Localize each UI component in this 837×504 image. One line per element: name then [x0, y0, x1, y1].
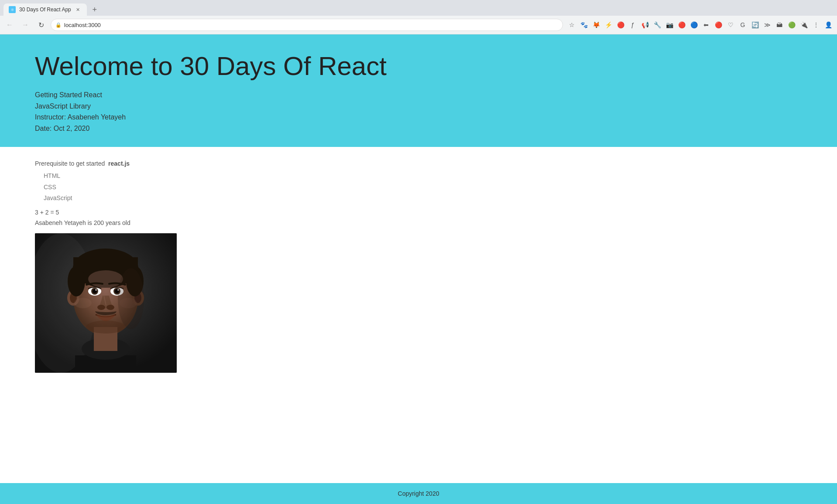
tab-close-button[interactable]: ✕ — [75, 6, 82, 13]
svg-point-13 — [68, 266, 85, 296]
refresh-button[interactable]: ↻ — [35, 19, 47, 31]
menu-button[interactable]: ⋮ — [811, 20, 821, 30]
address-lock-icon: 🔒 — [55, 22, 62, 28]
subtitle-line-3: Instructor: Asabeneh Yetayeh — [35, 112, 802, 123]
extension-icon-18[interactable]: 🟢 — [786, 20, 797, 30]
main-content: Prerequisite to get started react.js HTM… — [0, 147, 837, 483]
math-expression: 3 + 2 = 5 — [35, 209, 802, 216]
prerequisite-text: Prerequisite to get started react.js — [35, 160, 802, 167]
tab-title: 30 Days Of React App — [19, 7, 71, 13]
browser-tab[interactable]: ⚛ 30 Days Of React App ✕ — [3, 3, 87, 16]
extension-icon-15[interactable]: 🔄 — [750, 20, 760, 30]
extension-icon-6[interactable]: 📢 — [640, 20, 650, 30]
extension-icon-19[interactable]: 🔌 — [799, 20, 809, 30]
extension-icon-5[interactable]: ƒ — [628, 20, 638, 30]
extension-icon-1[interactable]: 🐾 — [579, 20, 589, 30]
svg-point-29 — [118, 268, 144, 329]
extension-icon-12[interactable]: 🔴 — [713, 20, 724, 30]
extension-icon-17[interactable]: 🏔 — [774, 20, 785, 30]
extension-icon-9[interactable]: 🔴 — [676, 20, 687, 30]
browser-chrome: ⚛ 30 Days Of React App ✕ + ← → ↻ 🔒 local… — [0, 0, 837, 34]
tab-bar: ⚛ 30 Days Of React App ✕ + — [0, 0, 837, 16]
extension-icon-4[interactable]: 🔴 — [615, 20, 626, 30]
svg-point-25 — [106, 305, 114, 310]
subtitle-line-1: Getting Started React — [35, 89, 802, 101]
extension-icon-10[interactable]: 🔵 — [689, 20, 699, 30]
extension-icon-7[interactable]: 🔧 — [652, 20, 662, 30]
tab-favicon: ⚛ — [9, 6, 16, 13]
profile-icon[interactable]: 👤 — [823, 20, 834, 30]
svg-point-24 — [97, 305, 105, 310]
extension-icon-14[interactable]: G — [738, 20, 748, 30]
extension-icon-3[interactable]: ⚡ — [603, 20, 614, 30]
hero-subtitle: Getting Started React JavaScript Library… — [35, 89, 802, 134]
list-item: JavaScript — [44, 193, 802, 204]
prerequisite-label: Prerequisite to get started — [35, 160, 105, 167]
toolbar-right: ☆ 🐾 🦊 ⚡ 🔴 ƒ 📢 🔧 📷 🔴 🔵 ⬅ 🔴 ♡ G 🔄 ≫ 🏔 🟢 🔌 … — [566, 20, 834, 30]
extension-icon-13[interactable]: ♡ — [725, 20, 736, 30]
hero-section: Welcome to 30 Days Of React Getting Star… — [0, 34, 837, 147]
extension-icon-2[interactable]: 🦊 — [591, 20, 601, 30]
prereq-list: HTML CSS JavaScript — [35, 170, 802, 204]
list-item: CSS — [44, 182, 802, 193]
copyright-text: Copyright 2020 — [398, 490, 439, 497]
extension-icon-8[interactable]: 📷 — [664, 20, 675, 30]
svg-point-27 — [74, 298, 92, 308]
age-text: Asabeneh Yetayeh is 200 years old — [35, 219, 802, 226]
extension-icon-11[interactable]: ⬅ — [701, 20, 711, 30]
bookmark-icon[interactable]: ☆ — [566, 20, 577, 30]
nav-bar: ← → ↻ 🔒 localhost:3000 ☆ 🐾 🦊 ⚡ 🔴 ƒ 📢 🔧 📷… — [0, 16, 837, 34]
subtitle-line-4: Date: Oct 2, 2020 — [35, 123, 802, 134]
hero-title: Welcome to 30 Days Of React — [35, 52, 802, 81]
forward-button[interactable]: → — [19, 19, 31, 31]
svg-point-22 — [95, 289, 97, 291]
svg-point-15 — [88, 270, 123, 288]
list-item: HTML — [44, 170, 802, 181]
page-content: Welcome to 30 Days Of React Getting Star… — [0, 34, 837, 504]
svg-point-26 — [86, 320, 125, 334]
address-text: localhost:3000 — [64, 22, 101, 28]
address-bar[interactable]: 🔒 localhost:3000 — [51, 19, 563, 31]
footer: Copyright 2020 — [0, 483, 837, 504]
prerequisite-keyword: react.js — [108, 160, 130, 167]
subtitle-line-2: JavaScript Library — [35, 101, 802, 112]
new-tab-button[interactable]: + — [89, 3, 101, 16]
profile-image — [35, 233, 177, 373]
extension-icon-16[interactable]: ≫ — [762, 20, 772, 30]
back-button[interactable]: ← — [3, 19, 16, 31]
